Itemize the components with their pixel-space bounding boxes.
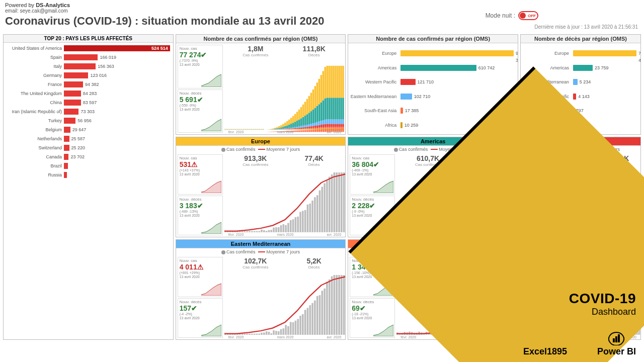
svg-rect-239 [302,105,304,117]
svg-rect-667 [511,286,513,335]
svg-rect-11 [226,129,228,130]
bar-row[interactable]: Eastern Mediterranean 102 710 [350,93,514,100]
svg-rect-325 [332,127,334,129]
svg-rect-488 [440,229,442,232]
top20-row[interactable]: Russia [7,171,170,178]
svg-rect-265 [312,128,313,129]
top20-row[interactable]: France 94 382 [7,81,170,88]
svg-rect-554 [618,226,619,232]
svg-rect-453 [304,210,306,232]
bar-row[interactable]: Africa 464 [523,122,636,129]
svg-rect-352 [340,98,342,119]
top20-row[interactable]: Iran (Islamic Republic of) 73 303 [7,108,170,115]
last-updated: Dernière mise à jour : 13 avril 2020 à 2… [534,24,638,30]
top20-row[interactable]: Switzerland 25 220 [7,144,170,151]
svg-rect-518 [513,172,515,232]
card-new-cases: Nouv. cas 4 011⚠ (+891 +29%)13 avril 202… [178,257,223,297]
svg-rect-446 [287,223,289,232]
svg-rect-271 [314,128,315,129]
bar-row[interactable]: Africa 10 259 [350,122,514,129]
svg-rect-41 [236,129,237,130]
chart-actions[interactable]: ▽⤢⋯ [499,230,516,236]
bar-row[interactable]: Western Pacific 4 143 [523,93,636,100]
svg-rect-356 [342,124,344,127]
svg-rect-307 [326,127,328,129]
svg-rect-250 [306,114,307,125]
svg-rect-270 [314,129,315,130]
top20-row[interactable]: Germany 123 016 [7,72,170,79]
top20-row[interactable]: Netherlands 25 587 [7,135,170,142]
chart-region[interactable]: févr. 2020mars 2020avr. 2020 ▽⤢⋯ [396,168,518,237]
chart-region[interactable]: févr. 2020mars 2020avr. 2020 [224,168,346,237]
night-mode-toggle[interactable]: OFF [518,11,538,20]
svg-rect-612 [326,282,328,335]
panel-title: Nombre de cas confirmés par région (OMS) [348,35,518,43]
svg-rect-298 [322,101,324,121]
powerbi-icon [608,331,625,345]
svg-rect-149 [272,129,274,129]
bar-row[interactable]: Europe 913 349 [350,50,514,57]
svg-rect-189 [286,128,288,129]
svg-rect-332 [334,124,336,127]
svg-rect-255 [308,124,309,127]
svg-rect-240 [304,129,305,130]
svg-rect-501 [472,213,474,232]
chart-region[interactable]: févr. 2020mars 2020avr. 2020 [569,168,640,237]
svg-rect-35 [234,129,236,130]
chart-world-stacked[interactable]: févr. 2020mars 2020avr. 2020 [224,59,346,134]
svg-rect-326 [332,124,334,127]
top20-row[interactable]: Brazil [7,162,170,169]
bar-row[interactable]: Europe 77 419 [523,50,636,57]
svg-rect-467 [338,172,340,232]
svg-rect-477 [414,231,416,232]
top20-row[interactable]: Turkey 56 956 [7,117,170,124]
svg-rect-591 [275,331,277,335]
svg-rect-550 [612,227,613,232]
legend: Cas confirmésMoyenne 7 jours [176,248,346,255]
bar-row[interactable]: Americas 23 759 [523,64,636,71]
svg-rect-593 [280,329,282,335]
bar-row[interactable]: Western Pacific 121 710 [350,78,514,85]
svg-rect-590 [273,330,275,335]
bar-row[interactable]: Eastern Mediterranean 5 234 [523,78,636,85]
svg-rect-238 [302,117,304,126]
svg-rect-196 [288,125,290,128]
chart-region[interactable]: févr. 2020mars 2020avr. 2020 [396,271,518,339]
top20-row[interactable]: Spain 166 019 [7,54,170,61]
svg-rect-166 [278,128,280,129]
svg-rect-227 [298,110,300,120]
bar-row[interactable]: South-East Asia 797 [523,107,636,114]
svg-rect-561 [627,227,628,232]
svg-rect-663 [501,295,503,335]
top20-row[interactable]: Italy 156 363 [7,63,170,70]
top20-row[interactable]: The United Kingdom 84 283 [7,90,170,97]
svg-rect-462 [326,180,328,232]
top20-row[interactable]: China 83 597 [7,99,170,106]
top20-row[interactable]: Belgium 29 647 [7,126,170,133]
svg-rect-338 [336,124,338,127]
card-new-cases: Nouv. cas 531⚠ (+143 +37%)13 avril 2020 [178,154,223,195]
svg-rect-431 [251,231,253,232]
top20-row[interactable]: United States of America 524 514 [7,45,170,52]
chart-region[interactable]: févr. 2020mars 2020avr. 2020 [224,271,346,339]
svg-rect-579 [246,334,248,335]
svg-rect-71 [246,129,248,130]
svg-rect-254 [308,127,309,128]
bar-row[interactable]: Americas 610 742 [350,64,514,71]
svg-rect-666 [508,289,510,335]
svg-rect-495 [457,223,459,232]
card-new-deaths: Nouv. décès 33✔ (-32 -49%)13 avril 2020 [522,196,568,236]
svg-rect-603 [304,310,306,335]
panel-cases-by-region: Nombre de cas confirmés par région (OMS)… [348,34,518,135]
svg-rect-469 [343,172,345,232]
svg-rect-286 [318,104,319,121]
svg-rect-641 [447,333,449,335]
top20-row[interactable]: Canada 23 702 [7,153,170,160]
svg-rect-586 [263,332,265,335]
svg-rect-452 [302,211,304,232]
bar-row[interactable]: South-East Asia 17 385 [350,107,514,114]
svg-rect-203 [290,118,292,124]
svg-rect-565 [633,227,634,232]
svg-rect-596 [287,326,289,335]
svg-rect-642 [450,332,452,335]
